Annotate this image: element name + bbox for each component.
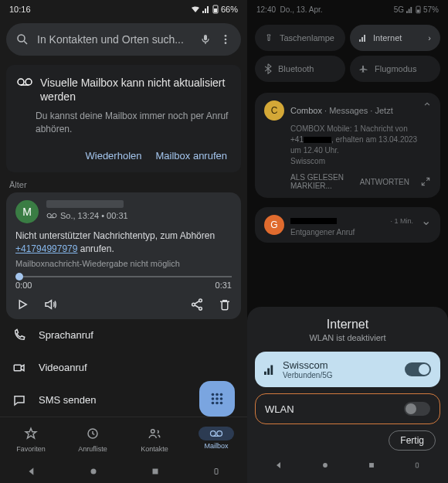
clock: 10:16	[9, 5, 31, 14]
signal-icon	[359, 34, 367, 42]
recents-icon[interactable]	[368, 461, 375, 469]
bottom-nav: Favoriten Anrufliste Kontakte Mailbox	[0, 417, 247, 460]
tab-contacts[interactable]: Kontakte	[137, 423, 172, 453]
vvm-body: Du kannst deine Mailbox immer noch per A…	[36, 110, 230, 136]
call-mailbox-button[interactable]: Mailbox anrufen	[156, 150, 228, 162]
battery-pct: 57%	[423, 5, 439, 14]
svg-point-28	[91, 468, 97, 474]
home-icon[interactable]	[89, 467, 98, 476]
svg-point-10	[53, 213, 56, 217]
svg-point-9	[47, 213, 51, 217]
recents-icon[interactable]	[151, 467, 160, 476]
nav-bar	[0, 460, 247, 483]
msg-meta: So., 13:24 • 00:31	[60, 211, 128, 220]
svg-point-17	[220, 393, 223, 396]
voice-call-row[interactable]: Sprachanruf	[0, 319, 247, 352]
home-icon[interactable]	[321, 461, 329, 469]
video-icon	[12, 361, 26, 375]
older-label: Älter	[9, 180, 238, 189]
svg-point-7	[18, 79, 24, 85]
caller-redacted	[46, 200, 124, 208]
svg-point-6	[225, 42, 227, 44]
qs-airplane[interactable]: Flugmodus	[350, 56, 440, 82]
svg-rect-1	[214, 9, 217, 12]
back-icon[interactable]	[274, 461, 283, 470]
nav-bar	[255, 454, 440, 477]
svg-rect-29	[152, 468, 158, 474]
sheet-title: Internet	[255, 318, 440, 332]
vvm-title: Visuelle Mailbox kann nicht aktualisiert…	[40, 76, 230, 104]
signal-icon	[202, 5, 210, 13]
collapse-icon[interactable]	[422, 99, 433, 110]
done-button[interactable]: Fertig	[389, 430, 436, 451]
svg-point-26	[211, 431, 216, 437]
notification-missed-call[interactable]: G · 1 Min.⌄ Entgangener Anruf	[255, 207, 440, 243]
svg-point-25	[151, 430, 155, 434]
phone-link[interactable]: +41794997979	[15, 243, 77, 254]
svg-point-27	[217, 431, 222, 437]
svg-rect-35	[416, 463, 419, 468]
tab-mailbox[interactable]: Mailbox	[199, 427, 234, 450]
playback-slider[interactable]	[15, 276, 232, 277]
retry-button[interactable]: Wiederholen	[86, 150, 142, 162]
rotate-icon[interactable]	[413, 461, 421, 469]
svg-point-22	[216, 402, 219, 405]
delete-icon[interactable]	[218, 298, 232, 311]
svg-rect-3	[204, 35, 207, 40]
play-icon[interactable]	[15, 298, 29, 311]
voicemail-icon	[17, 76, 32, 87]
mark-read-button[interactable]: ALS GELESEN MARKIER...	[290, 173, 349, 190]
qs-internet[interactable]: Internet›	[350, 25, 440, 51]
redacted	[304, 137, 331, 143]
speaker-icon[interactable]	[43, 298, 57, 311]
svg-point-15	[212, 393, 215, 396]
qs-flashlight[interactable]: Taschenlampe	[255, 25, 345, 51]
tab-favorites[interactable]: Favoriten	[13, 423, 49, 453]
signal-icon	[264, 364, 275, 375]
svg-point-23	[220, 402, 223, 405]
expand-icon[interactable]	[420, 176, 431, 187]
svg-rect-30	[215, 468, 218, 474]
signal-icon	[406, 6, 413, 13]
reply-button[interactable]: ANTWORTEN	[360, 178, 409, 186]
chevron-down-icon[interactable]: ⌄	[421, 213, 431, 228]
notif-body: COMBOX Mobile: 1 Nachricht von +41, erha…	[290, 124, 431, 167]
battery-icon	[212, 5, 219, 14]
notification-combox[interactable]: C Combox · Messages · Jetzt COMBOX Mobil…	[255, 93, 440, 198]
share-icon[interactable]	[190, 298, 204, 311]
battery-pct: 66%	[221, 5, 238, 14]
time-total: 0:31	[216, 281, 232, 290]
wlan-toggle[interactable]	[404, 402, 430, 416]
mic-icon[interactable]	[199, 33, 212, 46]
rotate-icon[interactable]	[212, 467, 221, 476]
wlan-row[interactable]: WLAN	[255, 393, 440, 424]
search-placeholder: In Kontakten und Orten such...	[37, 33, 192, 46]
qs-bluetooth[interactable]: Bluetooth	[255, 56, 345, 82]
dialpad-fab[interactable]	[199, 381, 235, 417]
back-icon[interactable]	[26, 466, 37, 477]
mobile-data-toggle[interactable]	[405, 362, 431, 376]
vvm-error-card: Visuelle Mailbox kann nicht aktualisiert…	[6, 65, 241, 172]
chevron-right-icon: ›	[428, 33, 431, 43]
search-icon	[15, 32, 29, 46]
airplane-icon	[359, 64, 368, 73]
svg-point-2	[18, 35, 25, 42]
carrier-row[interactable]: SwisscomVerbunden/5G	[255, 352, 440, 387]
svg-point-19	[216, 397, 219, 400]
flashlight-icon	[264, 33, 273, 43]
voicemail-item[interactable]: M So., 13:24 • 00:31 Nicht unterstützter…	[6, 192, 241, 319]
svg-point-20	[220, 397, 223, 400]
avatar: C	[264, 100, 284, 121]
tab-recents[interactable]: Anrufliste	[75, 423, 110, 453]
message-icon	[12, 393, 26, 407]
search-field[interactable]: In Kontakten und Orten such...	[6, 23, 241, 56]
video-call-row[interactable]: Videoanruf	[0, 352, 247, 384]
svg-rect-32	[417, 9, 420, 12]
more-icon[interactable]	[219, 33, 232, 46]
svg-point-33	[323, 463, 328, 468]
svg-point-4	[225, 35, 227, 37]
msg-text: Nicht unterstützter Nachrichtentyp, zum …	[15, 230, 232, 256]
bluetooth-icon	[264, 63, 272, 74]
svg-point-8	[25, 79, 32, 85]
status-bar: 12:40 Do., 13. Apr. 5G 57%	[247, 0, 448, 19]
